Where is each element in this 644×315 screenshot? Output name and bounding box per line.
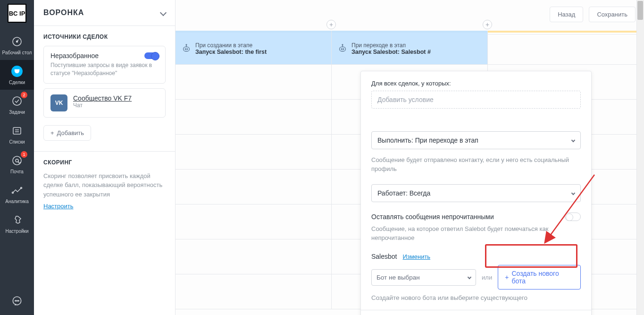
execute-select-value: Выполнить: При переходе в этап xyxy=(377,136,478,144)
svg-point-12 xyxy=(15,300,16,301)
filter-label: Для всех сделок, у которых: xyxy=(371,80,581,87)
nav-lists[interactable]: Списки xyxy=(0,119,34,149)
execute-hint: Сообщение будет отправлено контакту, есл… xyxy=(371,156,581,174)
stage-line1: При переходе в этап xyxy=(351,42,431,49)
add-stage-icon[interactable]: + xyxy=(326,20,336,29)
settings-icon xyxy=(10,213,24,227)
chevron-down-icon xyxy=(571,191,575,195)
svg-point-7 xyxy=(13,156,21,165)
nav-label: Сделки xyxy=(9,80,25,85)
source-unassigned[interactable]: Неразобранное Поступившие запросы в виде… xyxy=(43,46,166,84)
stage-column-1: + При создании в этапе Запуск Salesbot: … xyxy=(176,31,332,309)
source-name: Неразобранное xyxy=(50,52,99,60)
svg-point-24 xyxy=(342,44,343,45)
create-hint: Создайте нового бота или выберите сущест… xyxy=(371,294,581,301)
scrollbar-vertical[interactable] xyxy=(636,0,644,315)
robot-icon xyxy=(181,43,192,54)
chevron-down-icon xyxy=(468,275,471,279)
works-select-value: Работает: Всегда xyxy=(377,189,430,197)
back-button[interactable]: Назад xyxy=(550,7,583,22)
unread-hint: Сообщение, на которое ответил Salebot бу… xyxy=(371,225,581,243)
stage-line2: Запуск Salesbot: the first xyxy=(195,49,267,55)
svg-rect-20 xyxy=(340,47,346,51)
scoring-configure-link[interactable]: Настроить xyxy=(43,203,74,210)
nav-analytics[interactable]: Аналитика xyxy=(0,179,34,209)
add-stage-icon[interactable]: + xyxy=(483,20,492,29)
add-condition-input[interactable]: Добавить условие xyxy=(371,91,581,109)
vk-name: Сообщество VK F7 xyxy=(73,94,132,102)
add-label: Добавить xyxy=(57,129,84,136)
execute-select[interactable]: Выполнить: При переходе в этап xyxy=(371,131,581,149)
robot-icon xyxy=(337,43,348,54)
nav-tasks[interactable]: 2 Задачи xyxy=(0,90,34,119)
scroll-thumb[interactable] xyxy=(637,1,643,20)
bot-select[interactable]: Бот не выбран xyxy=(371,269,476,286)
toggle-on[interactable] xyxy=(144,52,159,59)
vk-sub: Чат xyxy=(73,102,132,109)
chevron-down-icon[interactable] xyxy=(160,9,167,16)
chevron-down-icon xyxy=(571,138,575,142)
nav-mail[interactable]: 1 Почта xyxy=(0,149,34,179)
stage-line1: При создании в этапе xyxy=(195,42,267,49)
nav-settings[interactable]: Настройки xyxy=(0,209,34,238)
sidebar: ВОРОНКА ИСТОЧНИКИ СДЕЛОК Неразобранное П… xyxy=(34,0,176,315)
nav-label: Почта xyxy=(10,169,24,174)
change-link[interactable]: Изменить xyxy=(402,253,430,260)
source-desc: Поступившие запросы в виде заявок в стат… xyxy=(50,61,159,77)
sidebar-title: ВОРОНКА xyxy=(43,9,84,17)
svg-point-16 xyxy=(185,49,186,50)
analytics-icon xyxy=(10,184,24,197)
svg-point-13 xyxy=(17,300,17,301)
nav-dashboard[interactable]: Рабочий стол xyxy=(0,30,34,60)
nav-label: Настройки xyxy=(5,229,28,234)
plus-icon: + xyxy=(505,273,509,281)
create-bot-label: Создать нового бота xyxy=(511,270,574,285)
or-text: или xyxy=(482,274,492,281)
badge: 2 xyxy=(21,92,27,98)
unread-label: Оставлять сообщения непрочитанными xyxy=(371,213,494,221)
lists-icon xyxy=(10,124,24,137)
chat-icon[interactable] xyxy=(11,295,23,307)
nav-deals[interactable]: Сделки xyxy=(0,60,34,90)
nav-label: Аналитика xyxy=(5,199,29,204)
svg-rect-15 xyxy=(184,47,190,51)
create-bot-button[interactable]: + Создать нового бота xyxy=(498,265,581,289)
topbar: Назад Сохранить xyxy=(176,0,644,29)
nav-label: Задачи xyxy=(9,110,25,115)
svg-point-3 xyxy=(13,97,21,105)
left-nav: BC IP Рабочий стол Сделки 2 Задачи Спис xyxy=(0,0,34,315)
add-source-button[interactable]: + Добавить xyxy=(43,125,91,141)
nav-label: Рабочий стол xyxy=(2,50,32,55)
svg-point-19 xyxy=(186,44,187,45)
stage-card-2[interactable]: При переходе в этап Запуск Salesbot: Sal… xyxy=(332,31,487,65)
nav-label: Списки xyxy=(9,139,25,145)
svg-point-14 xyxy=(18,300,19,301)
salesbot-label: Salesbot xyxy=(371,253,397,260)
logo: BC IP xyxy=(8,4,26,23)
save-button[interactable]: Сохранить xyxy=(589,7,636,22)
source-vk[interactable]: VK Сообщество VK F7 Чат xyxy=(43,88,166,118)
unread-toggle[interactable] xyxy=(565,213,581,221)
main: Назад Сохранить + При создании в этапе З… xyxy=(176,0,644,315)
vk-icon: VK xyxy=(50,94,67,111)
stage-card-1[interactable]: При создании в этапе Запуск Salesbot: th… xyxy=(176,31,331,65)
plus-icon: + xyxy=(50,129,54,136)
deals-icon xyxy=(10,65,24,78)
svg-point-17 xyxy=(187,49,188,50)
scoring-title: СКОРИНГ xyxy=(43,159,166,166)
sources-title: ИСТОЧНИКИ СДЕЛОК xyxy=(43,34,166,40)
works-select[interactable]: Работает: Всегда xyxy=(371,184,581,202)
svg-rect-4 xyxy=(13,128,21,134)
svg-point-8 xyxy=(16,159,18,162)
svg-point-22 xyxy=(343,49,344,50)
stage-line2: Запуск Salesbot: Salesbot # xyxy=(351,49,431,55)
svg-point-1 xyxy=(17,41,18,43)
badge: 1 xyxy=(21,151,27,158)
stage-card-3[interactable] xyxy=(488,31,644,34)
bot-select-value: Бот не выбран xyxy=(376,274,420,281)
svg-point-21 xyxy=(341,49,342,50)
scoring-desc: Скоринг позволяет присвоить каждой сделк… xyxy=(43,171,166,199)
dashboard-icon xyxy=(10,35,24,48)
salesbot-config-popup: Для всех сделок, у которых: Добавить усл… xyxy=(360,71,592,315)
